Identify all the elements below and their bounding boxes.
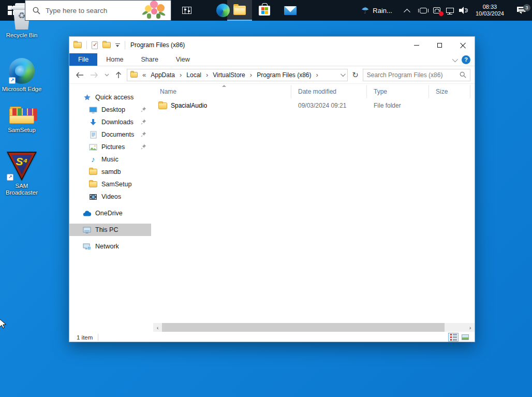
- desktop-icon-label: SamSetup: [8, 127, 36, 134]
- sidebar-item-this-pc[interactable]: This PC: [69, 224, 151, 236]
- help-icon[interactable]: ?: [462, 55, 470, 64]
- ethernet-icon[interactable]: [444, 0, 456, 21]
- table-row[interactable]: SpacialAudio 09/03/2024 09:21 File folde…: [153, 100, 475, 111]
- taskbar-app-icons: [171, 0, 311, 21]
- title-bar: ✓ Program Files (x86): [69, 37, 475, 53]
- folder-icon: [89, 168, 97, 176]
- sidebar-item-onedrive[interactable]: OneDrive: [69, 207, 151, 219]
- sidebar-item-pictures[interactable]: Pictures: [69, 141, 151, 153]
- window-title: Program Files (x86): [130, 41, 185, 49]
- desktop-icon-samsetup[interactable]: SamSetup: [0, 105, 43, 134]
- column-header-type[interactable]: Type: [367, 85, 429, 98]
- address-breadcrumb[interactable]: « AppData › Local › VirtualStore › Progr…: [127, 69, 348, 81]
- explorer-search-box[interactable]: [363, 69, 470, 81]
- chevron-right-icon[interactable]: ›: [204, 71, 210, 79]
- customize-caret-icon[interactable]: [115, 43, 120, 47]
- taskbar-search-box[interactable]: [25, 0, 171, 21]
- task-view-icon[interactable]: [175, 0, 198, 21]
- shortcut-arrow-icon: ↗: [9, 77, 16, 84]
- meet-now-icon[interactable]: [417, 0, 430, 21]
- sidebar-item-samdb[interactable]: samdb: [69, 166, 151, 178]
- details-view-icon[interactable]: [448, 333, 459, 342]
- properties-check-icon[interactable]: ✓: [92, 41, 98, 49]
- umbrella-rain-icon: ☂: [361, 5, 369, 16]
- address-bar-row: « AppData › Local › VirtualStore › Progr…: [69, 66, 475, 84]
- computer-icon: [83, 226, 91, 234]
- sidebar-item-documents[interactable]: Documents: [69, 128, 151, 141]
- notification-badge: 3: [523, 4, 530, 11]
- folder-with-files-icon: [9, 105, 34, 125]
- breadcrumb-item[interactable]: Program Files (x86): [257, 71, 311, 79]
- sam-broadcaster-icon: S⁴ ↗: [7, 152, 37, 181]
- sidebar-item-music[interactable]: ♪ Music: [69, 153, 151, 166]
- clock[interactable]: 08:33 10/03/2024: [476, 4, 504, 17]
- sidebar-item-network[interactable]: Network: [69, 240, 151, 253]
- address-dropdown-icon[interactable]: [341, 71, 346, 77]
- recent-locations-icon[interactable]: [105, 73, 109, 77]
- sort-ascending-icon: [222, 85, 226, 87]
- mail-icon[interactable]: [279, 0, 302, 21]
- network-icon: [83, 242, 91, 251]
- volume-icon[interactable]: [457, 0, 470, 21]
- sidebar-item-videos[interactable]: Videos: [69, 190, 151, 203]
- file-explorer-taskbar-icon[interactable]: [227, 0, 252, 21]
- column-header-name[interactable]: Name: [153, 85, 291, 98]
- download-arrow-icon: [89, 118, 97, 126]
- column-header-date-modified[interactable]: Date modified: [291, 85, 367, 98]
- tab-share[interactable]: Share: [132, 53, 167, 66]
- desktop-icon-label: SAM Broadcaster: [0, 183, 43, 196]
- expand-ribbon-icon[interactable]: [452, 56, 458, 62]
- scroll-right-icon[interactable]: ›: [466, 323, 475, 332]
- tab-file[interactable]: File: [69, 53, 97, 66]
- search-icon[interactable]: [460, 71, 466, 78]
- film-icon: [89, 193, 97, 201]
- explorer-search-input[interactable]: [367, 71, 460, 79]
- taskbar: ☂ Rain... 08:33 10/03/2024 3: [0, 0, 532, 21]
- refresh-icon[interactable]: ↻: [352, 70, 359, 80]
- up-icon[interactable]: [115, 71, 122, 79]
- edge-icon: ↗: [9, 58, 35, 84]
- desktop-icon-label: Microsoft Edge: [2, 86, 42, 93]
- sidebar-item-desktop[interactable]: Desktop: [69, 104, 151, 116]
- sidebar-item-samsetup[interactable]: SamSetup: [69, 178, 151, 190]
- mouse-cursor: [0, 318, 7, 330]
- minimize-button[interactable]: [405, 37, 428, 53]
- breadcrumb-item[interactable]: VirtualStore: [213, 71, 245, 79]
- sidebar-item-quick-access[interactable]: Quick access: [69, 91, 151, 104]
- weather-widget[interactable]: ☂ Rain...: [358, 5, 395, 16]
- action-center-icon[interactable]: 3: [510, 7, 532, 14]
- breadcrumb-item[interactable]: AppData: [151, 71, 175, 79]
- scroll-left-icon[interactable]: ‹: [153, 323, 162, 332]
- scrollbar-thumb[interactable]: [162, 323, 445, 332]
- desktop-icon-microsoft-edge[interactable]: ↗ Microsoft Edge: [0, 58, 43, 93]
- chevron-right-icon[interactable]: ›: [315, 71, 320, 79]
- tab-view[interactable]: View: [167, 53, 199, 66]
- sidebar-item-downloads[interactable]: Downloads: [69, 116, 151, 128]
- chevron-right-icon[interactable]: ›: [248, 71, 254, 79]
- store-icon[interactable]: [253, 0, 276, 21]
- back-icon[interactable]: [76, 72, 84, 78]
- thumbnails-view-icon[interactable]: [460, 333, 470, 342]
- navigation-pane: Quick access Desktop Downloads Documents…: [69, 84, 151, 332]
- chevron-right-icon[interactable]: ›: [178, 71, 183, 79]
- pin-icon: [141, 119, 146, 125]
- star-icon: [83, 93, 91, 101]
- new-folder-icon[interactable]: [102, 42, 111, 48]
- pin-icon: [141, 107, 146, 112]
- close-button[interactable]: [451, 37, 475, 53]
- column-headers: Name Date modified Type Size: [153, 85, 475, 98]
- breadcrumb-overflow[interactable]: «: [141, 71, 147, 79]
- chevron-up-icon[interactable]: [404, 8, 410, 15]
- horizontal-scrollbar[interactable]: ‹ ›: [153, 323, 475, 332]
- desktop-icon-sam-broadcaster[interactable]: S⁴ ↗ SAM Broadcaster: [0, 152, 43, 196]
- tab-home[interactable]: Home: [97, 53, 132, 66]
- pin-icon: [141, 144, 146, 150]
- column-header-size[interactable]: Size: [429, 85, 470, 98]
- search-highlight-flowers-icon[interactable]: [141, 0, 170, 20]
- sync-alert-icon[interactable]: [431, 0, 443, 21]
- breadcrumb-item[interactable]: Local: [186, 71, 201, 79]
- document-icon: [89, 130, 97, 139]
- forward-icon[interactable]: [90, 72, 98, 78]
- file-list-pane: Name Date modified Type Size SpacialAudi…: [151, 84, 475, 332]
- maximize-button[interactable]: [428, 37, 451, 53]
